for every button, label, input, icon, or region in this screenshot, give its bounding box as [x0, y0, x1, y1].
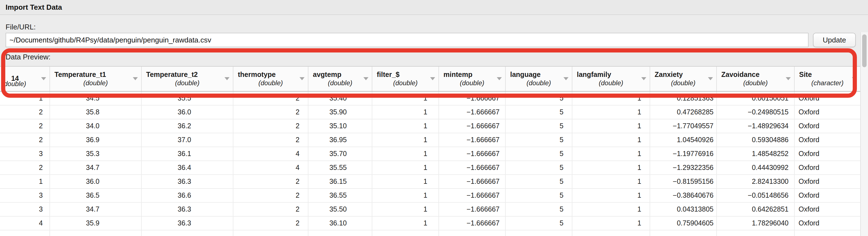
column-dropdown-icon[interactable]: [708, 77, 713, 80]
table-cell: 36.0: [50, 175, 142, 188]
table-cell: [0, 231, 50, 236]
column-type: (character): [795, 79, 860, 87]
table-cell: −1.666667: [439, 92, 506, 105]
table-cell: 3: [0, 147, 50, 161]
table-cell: [650, 231, 717, 236]
table-cell: 37.0: [142, 133, 234, 146]
table-cell: 2: [234, 175, 308, 188]
table-cell: 0.75904605: [650, 216, 717, 230]
scrollbar-thumb[interactable]: [862, 34, 867, 67]
table-cell: 1: [572, 189, 650, 202]
column-header-thermotype[interactable]: thermotype(double): [234, 67, 308, 91]
table-cell: −0.38640676: [650, 189, 717, 202]
table-cell: 36.15: [308, 175, 372, 188]
table-cell: Oxford: [795, 105, 860, 119]
table-row-partial-bottom: [0, 231, 860, 236]
table-body: 134.535.5235.401−1.666667510.128513630.0…: [0, 92, 860, 236]
column-header-temperature_t2[interactable]: Temperature_t2(double): [142, 67, 234, 91]
table-cell: 36.2: [142, 120, 234, 133]
table-cell: 36.9: [50, 133, 142, 146]
data-preview-label: Data Preview:: [5, 53, 51, 61]
column-name: filter_$: [372, 70, 438, 78]
column-dropdown-icon[interactable]: [641, 77, 646, 80]
table-cell: 35.50: [308, 203, 372, 216]
column-dropdown-icon[interactable]: [224, 77, 229, 80]
window-title: Import Text Data: [5, 3, 62, 11]
table-cell: 2: [0, 133, 50, 146]
table-cell: Oxford: [795, 133, 860, 146]
table-row: 236.937.0236.951−1.666667511.045409260.5…: [0, 133, 860, 147]
column-type: (double): [506, 79, 572, 87]
column-header-langfamily[interactable]: langfamily(double): [572, 67, 650, 91]
column-name: Zanxiety: [650, 70, 716, 78]
table-cell: 1: [372, 189, 439, 202]
column-dropdown-icon[interactable]: [563, 77, 568, 80]
column-dropdown-icon[interactable]: [364, 77, 368, 80]
column-name: mintemp: [439, 70, 505, 78]
table-cell: 0.47268285: [650, 105, 717, 119]
table-cell: 1: [572, 175, 650, 188]
column-header-temperature_t1[interactable]: Temperature_t1(double): [50, 67, 142, 91]
column-name: Zavoidance: [717, 70, 794, 78]
table-cell: 1.48548252: [717, 147, 795, 161]
table-cell: 2: [234, 203, 308, 216]
table-cell: 1.78296040: [717, 216, 795, 230]
column-type: (double): [234, 79, 308, 87]
column-dropdown-icon[interactable]: [300, 77, 305, 80]
table-cell: 35.5: [142, 92, 234, 105]
table-cell: 0.59304886: [717, 133, 795, 146]
table-cell: 2.82413300: [717, 175, 795, 188]
table-cell: 34.5: [50, 92, 142, 105]
table-cell: 2: [234, 120, 308, 133]
table-row: 335.336.1435.701−1.66666751−1.197769161.…: [0, 147, 860, 161]
table-cell: 5: [506, 133, 572, 146]
vertical-scrollbar[interactable]: [860, 32, 868, 236]
table-row: 435.936.3236.101−1.666667510.759046051.7…: [0, 216, 860, 231]
table-cell: 36.4: [142, 161, 234, 174]
file-url-input[interactable]: [5, 33, 809, 47]
table-cell: 3: [0, 189, 50, 202]
table-cell: 1: [372, 175, 439, 188]
table-cell: 1: [572, 203, 650, 216]
column-header-14[interactable]: 14(double): [0, 67, 50, 91]
table-cell: 1: [572, 161, 650, 174]
column-header-filter_[interactable]: filter_$(double): [372, 67, 439, 91]
column-dropdown-icon[interactable]: [852, 77, 857, 80]
column-dropdown-icon[interactable]: [786, 77, 791, 80]
table-cell: 35.90: [308, 105, 372, 119]
column-dropdown-icon[interactable]: [430, 77, 435, 80]
table-cell: [234, 231, 308, 236]
table-row: 235.836.0235.901−1.666667510.47268285−0.…: [0, 105, 860, 120]
table-cell: 0.64262851: [717, 203, 795, 216]
column-dropdown-icon[interactable]: [497, 77, 502, 80]
table-cell: 0.44430992: [717, 161, 795, 174]
table-cell: 5: [506, 105, 572, 119]
update-button[interactable]: Update: [813, 33, 856, 47]
table-cell: 36.3: [142, 203, 234, 216]
import-text-data-window: Import Text Data File/URL: Update Data P…: [0, 0, 868, 236]
table-cell: 5: [506, 203, 572, 216]
table-cell: [506, 231, 572, 236]
column-dropdown-icon[interactable]: [41, 77, 46, 80]
table-cell: −1.666667: [439, 133, 506, 146]
table-cell: 1.04540926: [650, 133, 717, 146]
column-header-zavoidance[interactable]: Zavoidance(double): [717, 67, 795, 91]
column-header-site[interactable]: Site(character): [795, 67, 860, 91]
table-cell: −1.48929634: [717, 120, 795, 133]
column-header-avgtemp[interactable]: avgtemp(double): [308, 67, 372, 91]
column-header-zanxiety[interactable]: Zanxiety(double): [650, 67, 717, 91]
table-cell: [50, 231, 142, 236]
column-header-language[interactable]: language(double): [506, 67, 572, 91]
table-row: 234.736.4435.551−1.66666751−1.293223560.…: [0, 161, 860, 175]
table-cell: 1: [572, 105, 650, 119]
table-cell: Oxford: [795, 161, 860, 174]
table-cell: 1: [372, 105, 439, 119]
table-cell: −1.666667: [439, 147, 506, 161]
table-cell: 5: [506, 120, 572, 133]
column-dropdown-icon[interactable]: [133, 77, 138, 80]
table-cell: 1: [572, 133, 650, 146]
table-cell: Oxford: [795, 147, 860, 161]
column-header-mintemp[interactable]: mintemp(double): [439, 67, 506, 91]
table-cell: Oxford: [795, 203, 860, 216]
table-row: 334.736.3235.501−1.666667510.043138050.6…: [0, 203, 860, 216]
